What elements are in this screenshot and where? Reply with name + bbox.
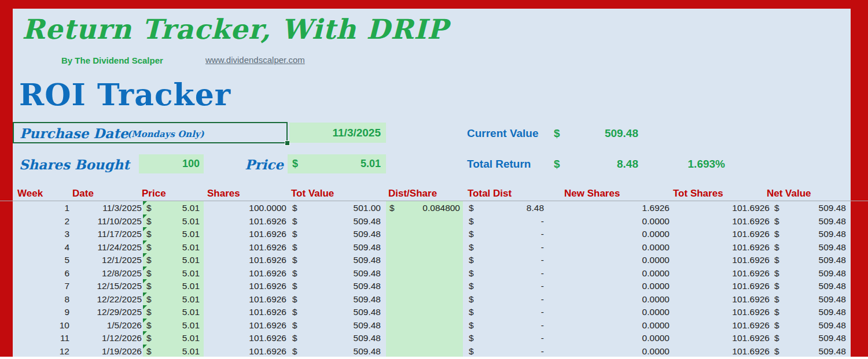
cell-total-dist[interactable]: $ - [463,345,547,358]
cell-shares[interactable]: 101.6926 [204,214,288,228]
cell-date[interactable]: 11/17/2025 [72,227,143,240]
cell-total-dist[interactable]: $ - [463,240,547,254]
cell-shares[interactable]: 101.6926 [204,267,288,280]
cell-week[interactable]: 10 [13,319,72,332]
cell-week[interactable]: 3 [13,227,72,240]
cell-new-shares[interactable]: 0.0000 [547,331,673,345]
cell-date[interactable]: 12/8/2025 [72,267,143,280]
cell-dist-share[interactable]: $ [386,331,463,345]
cell-net-value[interactable]: $ 509.48 [771,240,851,254]
cell-new-shares[interactable]: 0.0000 [547,279,673,293]
cell-price[interactable]: $ 5.01 [143,305,204,319]
cell-shares[interactable]: 101.6926 [204,279,288,293]
cell-net-value[interactable]: $ 509.48 [771,267,851,280]
cell-dist-share[interactable]: $ 0.084800 [386,201,463,214]
cell-price[interactable]: $ 5.01 [143,267,204,280]
cell-tot-value[interactable]: $ 509.48 [288,253,386,267]
cell-total-dist[interactable]: $ 8.48 [463,201,547,214]
cell-date[interactable]: 12/22/2025 [72,293,143,306]
cell-shares[interactable]: 101.6926 [204,305,288,319]
cell-net-value[interactable]: $ 509.48 [771,319,851,332]
cell-new-shares[interactable]: 0.0000 [547,293,673,306]
cell-new-shares[interactable]: 1.6926 [547,201,673,214]
cell-price[interactable]: $ 5.01 [143,240,204,254]
cell-tot-value[interactable]: $ 509.48 [288,240,386,254]
cell-tot-shares[interactable]: 101.6926 [673,305,771,319]
cell-tot-value[interactable]: $ 501.00 [288,201,386,214]
cell-week[interactable]: 9 [13,305,72,319]
cell-net-value[interactable]: $ 509.48 [771,253,851,267]
cell-net-value[interactable]: $ 509.48 [771,214,851,228]
cell-price[interactable]: $ 5.01 [143,331,204,345]
cell-tot-shares[interactable]: 101.6926 [673,240,771,254]
cell-dist-share[interactable]: $ [386,214,463,228]
cell-shares[interactable]: 101.6926 [204,293,288,306]
cell-tot-shares[interactable]: 101.6926 [673,267,771,280]
cell-week[interactable]: 2 [13,214,72,228]
cell-new-shares[interactable]: 0.0000 [547,227,673,240]
cell-tot-shares[interactable]: 101.6926 [673,214,771,228]
cell-tot-value[interactable]: $ 509.48 [288,293,386,306]
cell-net-value[interactable]: $ 509.48 [771,201,851,214]
cell-total-dist[interactable]: $ - [463,214,547,228]
cell-price[interactable]: $ 5.01 [143,201,204,214]
cell-dist-share[interactable]: $ [386,305,463,319]
cell-price[interactable]: $ 5.01 [143,293,204,306]
cell-total-dist[interactable]: $ - [463,305,547,319]
cell-date[interactable]: 11/24/2025 [72,240,143,254]
cell-total-dist[interactable]: $ - [463,319,547,332]
cell-date[interactable]: 12/1/2025 [72,253,143,267]
cell-total-dist[interactable]: $ - [463,293,547,306]
cell-dist-share[interactable]: $ [386,345,463,358]
cell-week[interactable]: 6 [13,267,72,280]
cell-week[interactable]: 12 [13,345,72,358]
cell-price[interactable]: $ 5.01 [143,253,204,267]
cell-tot-shares[interactable]: 101.6926 [673,201,771,214]
cell-tot-shares[interactable]: 101.6926 [673,331,771,345]
cell-dist-share[interactable]: $ [386,227,463,240]
cell-week[interactable]: 8 [13,293,72,306]
cell-tot-value[interactable]: $ 509.48 [288,227,386,240]
cell-date[interactable]: 11/3/2025 [72,201,143,214]
cell-tot-value[interactable]: $ 509.48 [288,214,386,228]
cell-new-shares[interactable]: 0.0000 [547,214,673,228]
cell-tot-shares[interactable]: 101.6926 [673,253,771,267]
cell-date[interactable]: 12/29/2025 [72,305,143,319]
cell-total-dist[interactable]: $ - [463,227,547,240]
cell-price[interactable]: $ 5.01 [143,227,204,240]
cell-total-dist[interactable]: $ - [463,279,547,293]
cell-total-dist[interactable]: $ - [463,253,547,267]
cell-total-dist[interactable]: $ - [463,267,547,280]
cell-tot-value[interactable]: $ 509.48 [288,305,386,319]
cell-shares[interactable]: 101.6926 [204,331,288,345]
cell-net-value[interactable]: $ 509.48 [771,331,851,345]
cell-shares[interactable]: 100.0000 [204,201,288,214]
cell-date[interactable]: 1/12/2026 [72,331,143,345]
cell-dist-share[interactable]: $ [386,279,463,293]
cell-tot-shares[interactable]: 101.6926 [673,227,771,240]
cell-price[interactable]: $ 5.01 [143,345,204,358]
cell-net-value[interactable]: $ 509.48 [771,293,851,306]
cell-date[interactable]: 12/15/2025 [72,279,143,293]
cell-date[interactable]: 11/10/2025 [72,214,143,228]
cell-date[interactable]: 1/5/2026 [72,319,143,332]
cell-shares[interactable]: 101.6926 [204,227,288,240]
cell-dist-share[interactable]: $ [386,319,463,332]
cell-shares[interactable]: 101.6926 [204,345,288,358]
cell-new-shares[interactable]: 0.0000 [547,240,673,254]
cell-net-value[interactable]: $ 509.48 [771,345,851,358]
cell-week[interactable]: 1 [13,201,72,214]
cell-tot-value[interactable]: $ 509.48 [288,279,386,293]
cell-shares[interactable]: 101.6926 [204,240,288,254]
cell-net-value[interactable]: $ 509.48 [771,305,851,319]
cell-price[interactable]: $ 5.01 [143,279,204,293]
cell-price[interactable]: $ 5.01 [143,214,204,228]
cell-tot-value[interactable]: $ 509.48 [288,319,386,332]
cell-dist-share[interactable]: $ [386,253,463,267]
cell-week[interactable]: 7 [13,279,72,293]
cell-shares[interactable]: 101.6926 [204,319,288,332]
cell-total-dist[interactable]: $ - [463,331,547,345]
cell-net-value[interactable]: $ 509.48 [771,279,851,293]
cell-dist-share[interactable]: $ [386,267,463,280]
cell-tot-value[interactable]: $ 509.48 [288,331,386,345]
